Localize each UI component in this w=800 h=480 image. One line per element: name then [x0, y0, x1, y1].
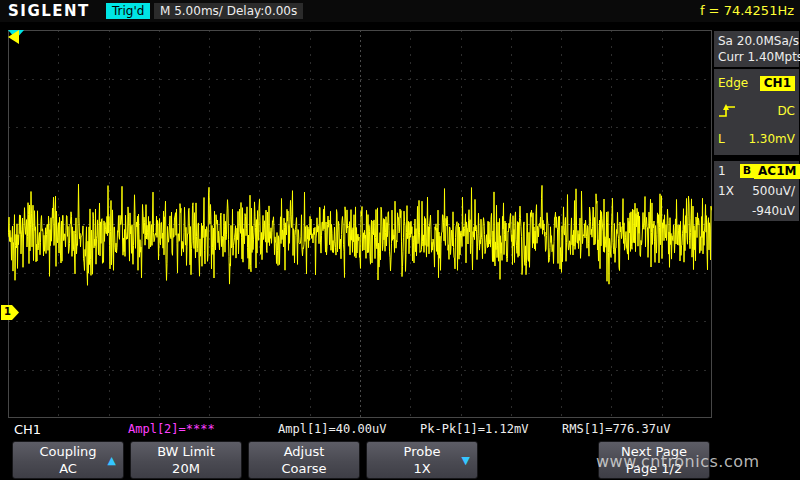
sample-rate: Sa 20.0MSa/s [718, 33, 795, 49]
bw-limit-badge: B [740, 164, 754, 178]
vertical-offset: -940uV [752, 204, 795, 218]
ch1-waveform-trace [8, 30, 712, 418]
trigger-mode: Edge [718, 76, 748, 90]
timebase-readout[interactable]: M 5.00ms/ Delay:0.00s [154, 3, 303, 19]
probe-attenuation: 1X [718, 184, 734, 198]
up-arrow-icon: ▲ [108, 454, 116, 468]
probe-button[interactable]: Probe 1X ▼ [366, 441, 478, 479]
adjust-button[interactable]: Adjust Coarse [248, 441, 360, 479]
ch1-offset-marker[interactable]: 1 [1, 305, 19, 320]
adjust-button-value: Coarse [249, 461, 359, 477]
waveform-display[interactable]: 1 [8, 30, 712, 418]
bw-limit-button-value: 20M [131, 461, 241, 477]
bw-limit-button[interactable]: BW Limit 20M [130, 441, 242, 479]
bw-limit-button-label: BW Limit [131, 443, 241, 461]
trigger-panel[interactable]: Edge CH1 DC L 1.30mV [714, 69, 799, 155]
active-channel-label: CH1 [14, 422, 41, 437]
measurement-pkpk: Pk-Pk[1]=1.12mV [420, 422, 528, 436]
coupling-button[interactable]: Coupling AC ▲ [12, 441, 124, 479]
coupling-button-value: AC [13, 461, 123, 477]
frequency-counter: f = 74.4251Hz [700, 3, 794, 18]
ch1-marker-label: 1 [4, 306, 11, 317]
probe-button-value: 1X [367, 461, 477, 477]
trigger-source-badge: CH1 [760, 76, 795, 91]
trigger-level-marker[interactable] [8, 30, 19, 44]
channel-number: 1 [718, 164, 726, 178]
vertical-scale: 500uV/ [752, 184, 795, 198]
measurement-ampl1: Ampl[1]=40.00uV [278, 422, 386, 436]
trigger-coupling: DC [777, 104, 795, 118]
brand-logo: SIGLENT [8, 2, 90, 20]
trigger-status-badge: Trig'd [106, 3, 150, 19]
channel-coupling-badge: AC1M [754, 164, 800, 179]
top-status-bar: SIGLENT Trig'd M 5.00ms/ Delay:0.00s f =… [0, 0, 800, 22]
measurement-ampl2: Ampl[2]=**** [128, 422, 215, 436]
down-arrow-icon: ▼ [462, 454, 470, 468]
adjust-button-label: Adjust [249, 443, 359, 461]
trigger-level-label: L [718, 132, 725, 146]
probe-button-label: Probe [367, 443, 477, 461]
measurement-rms: RMS[1]=776.37uV [562, 422, 670, 436]
sidebar: Sa 20.0MSa/s Curr 1.40Mpts Edge CH1 DC L… [713, 22, 800, 418]
trigger-level-value: 1.30mV [748, 132, 795, 146]
acquisition-panel: Sa 20.0MSa/s Curr 1.40Mpts [714, 31, 799, 67]
watermark: www.cntronics.com [596, 452, 796, 471]
measurement-row: CH1 Ampl[2]=**** Ampl[1]=40.00uV Pk-Pk[1… [0, 419, 712, 439]
memory-depth: Curr 1.40Mpts [718, 49, 795, 65]
coupling-button-label: Coupling [13, 443, 123, 461]
oscilloscope-screen: SIGLENT Trig'd M 5.00ms/ Delay:0.00s f =… [0, 0, 800, 480]
rising-edge-icon [718, 103, 736, 119]
channel1-panel[interactable]: 1 B AC1M 1X 500uV/ -940uV [714, 161, 799, 221]
